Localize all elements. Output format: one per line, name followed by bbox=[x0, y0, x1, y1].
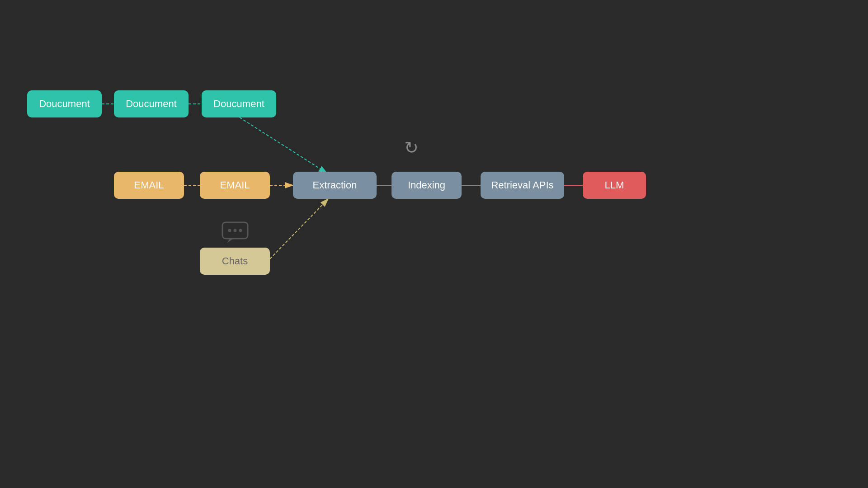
indexing-node[interactable]: Indexing bbox=[392, 172, 462, 199]
email-node-1[interactable]: EMAIL bbox=[114, 172, 184, 199]
chats-extraction-connector bbox=[270, 199, 328, 259]
email-node-2[interactable]: EMAIL bbox=[200, 172, 270, 199]
llm-node[interactable]: LLM bbox=[583, 172, 646, 199]
svg-point-7 bbox=[233, 229, 236, 232]
chats-node[interactable]: Chats bbox=[200, 248, 270, 275]
extraction-node[interactable]: Extraction bbox=[293, 172, 377, 199]
svg-point-6 bbox=[228, 229, 231, 232]
doc3-extraction-connector bbox=[240, 117, 327, 173]
document-node-1[interactable]: Doucument bbox=[27, 90, 102, 117]
document-node-3[interactable]: Doucument bbox=[202, 90, 276, 117]
document-node-2[interactable]: Doucument bbox=[114, 90, 189, 117]
refresh-icon: ↻ bbox=[404, 138, 419, 157]
retrieval-apis-node[interactable]: Retrieval APIs bbox=[481, 172, 564, 199]
svg-point-8 bbox=[239, 229, 242, 232]
chat-bubble-icon bbox=[222, 221, 249, 244]
